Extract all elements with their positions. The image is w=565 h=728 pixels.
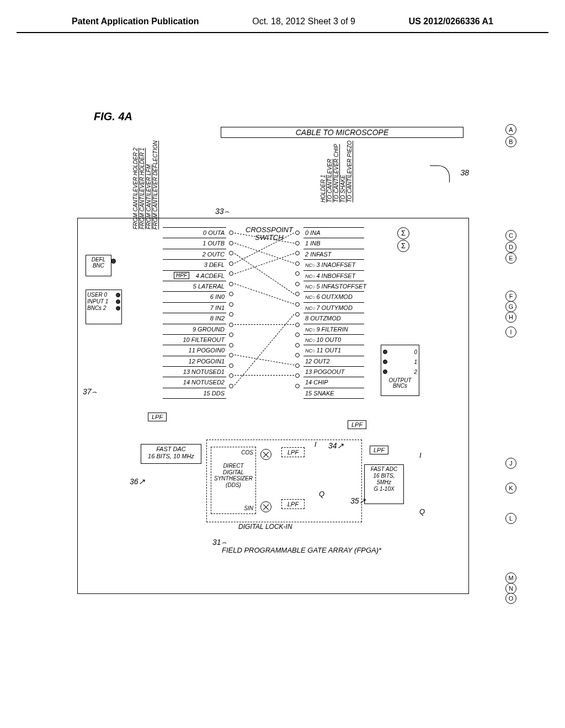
crosspoint-switch-label: CROSSPOINTSWITCH [246, 226, 293, 242]
switch-row-left: 14 NOTUSED2 [163, 377, 226, 388]
switch-row-right: 0 INA [303, 227, 364, 238]
user-bnc-row: BNCs 2 [87, 305, 120, 312]
curve-arrow-icon [430, 165, 450, 183]
switch-row-right: 1 INB [303, 238, 364, 249]
switch-row-left: 7 IN1 [163, 303, 226, 313]
switch-pin-icon [229, 312, 233, 317]
switch-row-right: 15 SNAKE [303, 388, 364, 399]
switch-row-left: 3 DEFL [163, 260, 226, 270]
switch-row-right: 2 INFAST [303, 249, 364, 260]
terminal-bubble-l: L [505, 513, 516, 524]
switch-pin-icon [295, 282, 300, 286]
output-bncs-label: OUTPUTBNCs [383, 378, 417, 389]
bnc-port-icon [116, 293, 120, 297]
user-bnc-row: USER 0 [87, 292, 120, 298]
switch-pin-icon [229, 292, 233, 296]
switch-row-left: 11 POGOIN0 [163, 345, 226, 356]
summing-node-icon-1: Σ [397, 227, 409, 239]
hpf-box: HPF [174, 272, 189, 279]
page-header: Patent Application Publication Oct. 18, … [17, 0, 548, 33]
cable-label: FROM CANTILEVER HOLDER 2 [133, 148, 138, 229]
lpf-box-3: LPF [370, 446, 388, 454]
switch-row-right: NC○11 OUT1 [303, 345, 364, 356]
schematic-frame [77, 218, 469, 594]
fast-adc-box: FAST ADC16 BITS,5MHzG 1-10X [364, 464, 404, 504]
fpga-label: FIELD PROGRAMMABLE GATE ARRAY (FPGA)* [222, 546, 381, 554]
ref-37: 37⌢ [83, 387, 97, 397]
bnc-port-icon [383, 370, 387, 374]
terminal-bubble-f: F [505, 291, 516, 302]
switch-pins-right [295, 231, 301, 394]
switch-row-right: 13 POGOOUT [303, 367, 364, 377]
switch-row-left: 12 POGOIN1 [163, 356, 226, 367]
top-labels-left: FROM CANTILEVER HOLDER 2FROM CANTILEVER … [132, 141, 182, 231]
output-bnc-row: 1 [383, 357, 417, 367]
switch-pin-icon [229, 241, 233, 245]
switch-row-left: 9 GROUND [163, 324, 226, 335]
output-bncs-box: 012OUTPUTBNCs [381, 345, 419, 396]
switch-row-left: 8 IN2 [163, 313, 226, 324]
switch-pin-icon [295, 292, 300, 296]
switch-row-left: 2 OUTC [163, 249, 226, 260]
dds-mid-label: DIRECTDIGITALSYNTHESIZER(DDS) [212, 463, 254, 488]
switch-row-left: 1 OUTB [163, 238, 226, 249]
switch-row-right: NC○6 OUTXMOD [303, 292, 364, 302]
switch-pin-icon [229, 231, 233, 235]
switch-pin-icon [295, 373, 300, 378]
lpf-i-box: LPF [281, 447, 305, 457]
cable-label: FROM CANTILEVER DEFLECTION [153, 141, 158, 229]
bnc-port-icon [116, 306, 120, 311]
switch-row-left: 0 OUTA [163, 227, 226, 238]
output-bnc-row: 2 [383, 367, 417, 377]
terminal-bubble-n: N [505, 583, 516, 594]
signal-q-out-label: Q [419, 507, 425, 516]
switch-pin-icon [229, 323, 233, 327]
defl-bnc-box: DEFLBNC [86, 255, 111, 276]
terminal-bubble-c: C [505, 230, 516, 241]
terminal-bubble-j: J [505, 458, 516, 469]
switch-pin-icon [229, 261, 233, 266]
switch-row-right: NC○7 OUTYMOD [303, 303, 364, 313]
fast-dac-box: FAST DAC16 BITS, 10 MHz [141, 444, 201, 464]
switch-pin-icon [229, 363, 233, 368]
switch-row-right: NC○3 INAOFFSET [303, 260, 364, 270]
header-left: Patent Application Publication [72, 17, 199, 26]
terminal-bubble-k: K [505, 483, 516, 494]
lpf-q-box: LPF [281, 499, 305, 509]
switch-pin-icon [295, 384, 300, 388]
figure-label: FIG. 4A [94, 110, 132, 123]
bnc-port-icon [111, 259, 116, 264]
switch-row-left: 6 IN0 [163, 292, 226, 302]
signal-i-label: I [315, 440, 317, 448]
switch-row-left: 10 FILTEROUT [163, 335, 226, 345]
switch-pin-icon [295, 363, 300, 368]
switch-pin-icon [229, 282, 233, 286]
lpf-box-1: LPF [148, 413, 167, 421]
switch-pin-icon [295, 323, 300, 327]
switch-pin-icon [295, 261, 300, 266]
switch-pin-icon [295, 251, 300, 255]
cable-label: TO SHAKE [340, 175, 346, 202]
terminal-bubble-m: M [505, 572, 516, 584]
figure-4a: FIG. 4A CABLE TO MICROSCOPE FROM CANTILE… [77, 110, 497, 596]
mixer-icon-q [260, 501, 271, 512]
cable-header: CABLE TO MICROSCOPE [221, 127, 463, 138]
user-bnc-row: INPUT 1 [87, 298, 120, 305]
ref-36: 36↗ [130, 477, 145, 486]
switch-pin-icon [229, 333, 233, 337]
ref-35: 35↗ [350, 496, 366, 505]
user-input-bncs-box: USER 0INPUT 1BNCs 2 [86, 290, 122, 324]
cable-label: HOLDER 1 [321, 175, 326, 202]
ref-33: 33⌢ [215, 207, 229, 216]
switch-pin-icon [295, 343, 300, 347]
ref-38: 38 [460, 168, 469, 177]
switch-pin-icon [295, 353, 300, 357]
terminal-bubble-h: H [505, 312, 516, 323]
switch-row-right: NC○4 INBOFFSET [303, 271, 364, 281]
switch-pins-left [229, 231, 234, 394]
cable-label: TO CANTILEVER [327, 159, 333, 202]
switch-row-left: 4 ACDEFL [163, 271, 226, 281]
terminal-bubble-i: I [505, 326, 516, 338]
switch-pin-icon [229, 353, 233, 357]
dds-sin-output: SIN [244, 505, 253, 511]
